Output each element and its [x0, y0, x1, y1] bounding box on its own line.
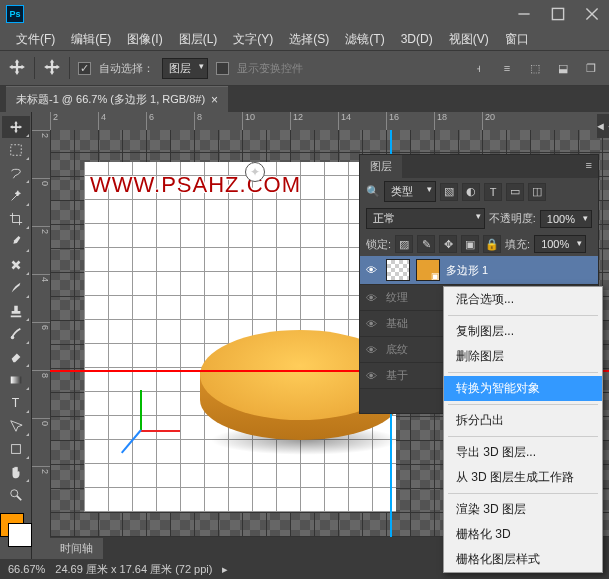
ctx-blend-options[interactable]: 混合选项...	[444, 287, 602, 312]
visibility-icon[interactable]: 👁	[366, 318, 380, 330]
lock-transparency-icon[interactable]: ▨	[395, 235, 413, 253]
search-icon[interactable]: 🔍	[366, 185, 380, 198]
menu-window[interactable]: 窗口	[497, 29, 537, 50]
move-tool[interactable]	[2, 116, 30, 138]
minimize-button[interactable]	[507, 0, 541, 28]
svg-line-10	[16, 496, 20, 500]
menu-layer[interactable]: 图层(L)	[171, 29, 226, 50]
options-bar: ✓ 自动选择： 图层 显示变换控件 ⫞ ≡ ⬚ ⬓ ❐	[0, 50, 609, 86]
color-swatches[interactable]	[0, 513, 36, 543]
menu-edit[interactable]: 编辑(E)	[63, 29, 119, 50]
shape-tool[interactable]	[2, 438, 30, 460]
show-transform-checkbox[interactable]	[216, 62, 229, 75]
panel-expand-icon[interactable]: ◄◄	[597, 114, 609, 138]
blend-mode-dropdown[interactable]: 正常	[366, 208, 485, 229]
filter-smart-icon[interactable]: ◫	[528, 183, 546, 201]
ctx-split-extrusion[interactable]: 拆分凸出	[444, 408, 602, 433]
lock-artboard-icon[interactable]: ▣	[461, 235, 479, 253]
zoom-tool[interactable]	[2, 484, 30, 506]
filter-shape-icon[interactable]: ▭	[506, 183, 524, 201]
filter-type-icon[interactable]: T	[484, 183, 502, 201]
menu-select[interactable]: 选择(S)	[281, 29, 337, 50]
fill-label: 填充:	[505, 237, 530, 252]
layer-name[interactable]: 底纹	[386, 342, 408, 357]
layer-thumb[interactable]	[386, 259, 410, 281]
ctx-duplicate-layer[interactable]: 复制图层...	[444, 319, 602, 344]
visibility-icon[interactable]: 👁	[366, 344, 380, 356]
document-tab[interactable]: 未标题-1 @ 66.7% (多边形 1, RGB/8#) ×	[6, 86, 228, 112]
ruler-horizontal[interactable]: 2468101214161820	[50, 112, 609, 130]
visibility-icon[interactable]: 👁	[366, 264, 380, 276]
brush-tool[interactable]	[2, 277, 30, 299]
ruler-vertical[interactable]: 20246802	[32, 130, 50, 559]
lasso-tool[interactable]	[2, 162, 30, 184]
titlebar: Ps	[0, 0, 609, 28]
type-tool[interactable]: T	[2, 392, 30, 414]
visibility-icon[interactable]: 👁	[366, 292, 380, 304]
eyedropper-tool[interactable]	[2, 231, 30, 253]
lock-paint-icon[interactable]: ✎	[417, 235, 435, 253]
stamp-tool[interactable]	[2, 300, 30, 322]
menu-image[interactable]: 图像(I)	[119, 29, 170, 50]
visibility-icon[interactable]: 👁	[366, 370, 380, 382]
ctx-rasterize-3d[interactable]: 栅格化 3D	[444, 522, 602, 547]
auto-select-target-dropdown[interactable]: 图层	[162, 58, 208, 79]
ctx-render-3d[interactable]: 渲染 3D 图层	[444, 497, 602, 522]
workspace-icon[interactable]: ❐	[581, 58, 601, 78]
3d-mode-icon[interactable]: ⬚	[525, 58, 545, 78]
timeline-tab[interactable]: 时间轴	[50, 538, 103, 559]
current-tool-icon[interactable]	[8, 58, 26, 78]
panel-menu-icon[interactable]: ≡	[580, 155, 598, 178]
layer-name[interactable]: 基于	[386, 368, 408, 383]
gradient-tool[interactable]	[2, 369, 30, 391]
svg-text:T: T	[11, 396, 19, 410]
distribute-icon[interactable]: ≡	[497, 58, 517, 78]
layer-context-menu: 混合选项... 复制图层... 删除图层 转换为智能对象 拆分凸出 导出 3D …	[443, 286, 603, 573]
align-icon[interactable]: ⫞	[469, 58, 489, 78]
crop-tool[interactable]	[2, 208, 30, 230]
menu-file[interactable]: 文件(F)	[8, 29, 63, 50]
layers-panel-tab[interactable]: 图层	[360, 155, 402, 178]
filter-kind-dropdown[interactable]: 类型	[384, 181, 436, 202]
fill-value[interactable]: 100%	[534, 235, 586, 253]
menu-type[interactable]: 文字(Y)	[225, 29, 281, 50]
opacity-value[interactable]: 100%	[540, 210, 592, 228]
path-tool[interactable]	[2, 415, 30, 437]
lock-label: 锁定:	[366, 237, 391, 252]
close-button[interactable]	[575, 0, 609, 28]
eraser-tool[interactable]	[2, 346, 30, 368]
layer-name[interactable]: 多边形 1	[446, 263, 488, 278]
close-tab-icon[interactable]: ×	[211, 93, 218, 107]
filter-adjust-icon[interactable]: ◐	[462, 183, 480, 201]
status-dropdown-icon[interactable]: ▸	[222, 563, 228, 576]
layer-name[interactable]: 基础	[386, 316, 408, 331]
history-brush-tool[interactable]	[2, 323, 30, 345]
ctx-convert-smart-object[interactable]: 转换为智能对象	[444, 376, 602, 401]
ctx-delete-layer[interactable]: 删除图层	[444, 344, 602, 369]
heal-tool[interactable]	[2, 254, 30, 276]
wand-tool[interactable]	[2, 185, 30, 207]
more-options-icon[interactable]: ⬓	[553, 58, 573, 78]
layer-row[interactable]: 👁 ▣ 多边形 1	[360, 256, 598, 285]
menu-3d[interactable]: 3D(D)	[393, 30, 441, 48]
ruler-origin[interactable]	[32, 112, 50, 130]
marquee-tool[interactable]	[2, 139, 30, 161]
ctx-rasterize-style[interactable]: 栅格化图层样式	[444, 547, 602, 572]
filter-pixel-icon[interactable]: ▧	[440, 183, 458, 201]
menu-view[interactable]: 视图(V)	[441, 29, 497, 50]
lock-all-icon[interactable]: 🔒	[483, 235, 501, 253]
layer-mask-thumb[interactable]: ▣	[416, 259, 440, 281]
document-dimensions[interactable]: 24.69 厘米 x 17.64 厘米 (72 ppi)	[55, 562, 212, 577]
menu-filter[interactable]: 滤镜(T)	[337, 29, 392, 50]
ctx-generate-workpath[interactable]: 从 3D 图层生成工作路	[444, 465, 602, 490]
ctx-export-3d[interactable]: 导出 3D 图层...	[444, 440, 602, 465]
auto-select-checkbox[interactable]: ✓	[78, 62, 91, 75]
zoom-level[interactable]: 66.67%	[8, 563, 45, 575]
hand-tool[interactable]	[2, 461, 30, 483]
background-swatch[interactable]	[8, 523, 32, 547]
maximize-button[interactable]	[541, 0, 575, 28]
document-tabbar: 未标题-1 @ 66.7% (多边形 1, RGB/8#) ×	[0, 86, 609, 112]
lock-position-icon[interactable]: ✥	[439, 235, 457, 253]
3d-cursor-icon[interactable]: ✦	[245, 162, 265, 182]
layer-name[interactable]: 纹理	[386, 290, 408, 305]
